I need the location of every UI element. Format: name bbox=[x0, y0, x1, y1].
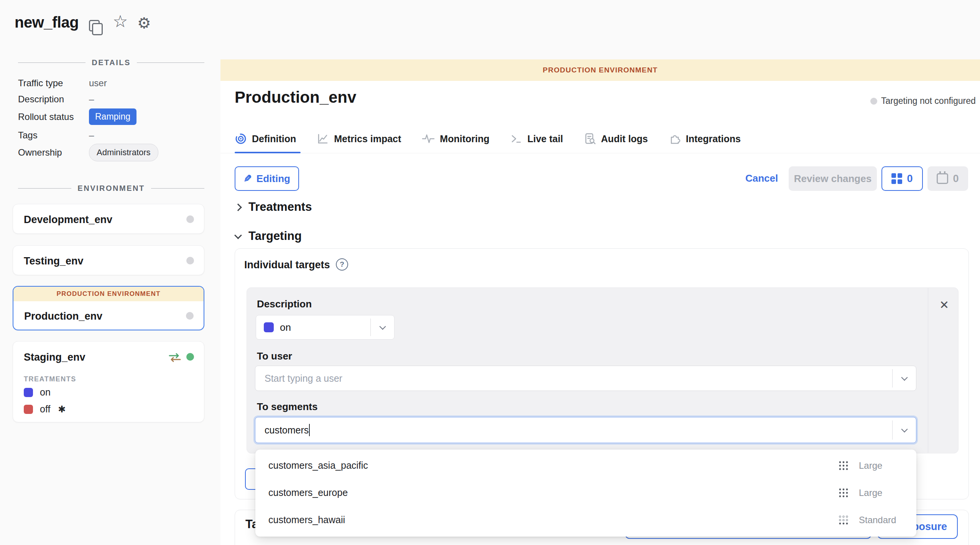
star-icon[interactable]: ☆ bbox=[113, 13, 128, 30]
detail-value: user bbox=[89, 78, 107, 89]
segments-input-chevron-zone[interactable] bbox=[892, 420, 916, 440]
env-card-development[interactable]: Development_env bbox=[13, 204, 204, 234]
env-name: Development_env bbox=[24, 214, 112, 226]
detail-row-description: Description – bbox=[18, 94, 204, 105]
segment-option-hawaii[interactable]: customers_hawaii Standard bbox=[255, 506, 916, 534]
environment-heading: ENVIRONMENT bbox=[77, 184, 145, 193]
env-card-production[interactable]: PRODUCTION ENVIRONMENT Production_env bbox=[13, 286, 204, 330]
segment-size-label: Large bbox=[859, 488, 905, 498]
env-status-dot bbox=[186, 257, 194, 264]
tab-audit-logs[interactable]: Audit logs bbox=[584, 133, 648, 145]
detail-label: Description bbox=[18, 94, 89, 105]
env-status-dot bbox=[186, 353, 194, 361]
card-divider-line bbox=[928, 288, 928, 453]
help-question-icon[interactable]: ? bbox=[336, 258, 348, 271]
treatment-select[interactable]: on bbox=[256, 315, 395, 340]
details-divider: DETAILS bbox=[18, 58, 204, 67]
tabs-bottom-border bbox=[220, 153, 980, 153]
targeting-section-header[interactable]: Targeting bbox=[235, 229, 302, 243]
detail-row-traffic-type: Traffic type user bbox=[18, 78, 204, 89]
definition-icon bbox=[235, 133, 247, 145]
chevron-down-icon bbox=[901, 374, 908, 381]
segments-input-value: customers bbox=[265, 425, 309, 436]
tab-live-tail[interactable]: Live tail bbox=[510, 133, 563, 145]
swap-arrows-icon bbox=[169, 353, 181, 364]
changes-count: 0 bbox=[907, 173, 913, 185]
detail-value: – bbox=[89, 130, 94, 141]
detail-row-tags: Tags – bbox=[18, 130, 204, 141]
default-treatment-asterisk-icon: ✱ bbox=[58, 404, 66, 415]
env-status-dot bbox=[186, 215, 194, 223]
treatments-section-header[interactable]: Treatments bbox=[235, 200, 312, 214]
treatment-off-swatch bbox=[24, 405, 33, 414]
chevron-right-icon bbox=[234, 204, 242, 211]
rollout-status-badge: Ramping bbox=[89, 108, 136, 125]
segments-dropdown: customers_asia_pacific Large customers_e… bbox=[255, 450, 916, 537]
treatment-off-row: off ✱ bbox=[24, 404, 66, 415]
cancel-link[interactable]: Cancel bbox=[745, 172, 778, 184]
production-environment-banner: PRODUCTION ENVIRONMENT bbox=[13, 287, 204, 301]
detail-row-rollout-status: Rollout status Ramping bbox=[18, 108, 204, 125]
chevron-down-icon bbox=[379, 323, 386, 330]
ownership-pill[interactable]: Administrators bbox=[89, 144, 158, 161]
env-card-staging[interactable]: Staging_env TREATMENTS on off ✱ bbox=[13, 341, 204, 422]
details-heading: DETAILS bbox=[92, 58, 131, 67]
flag-name-title: new_flag bbox=[15, 14, 79, 31]
review-changes-button[interactable]: Review changes bbox=[789, 166, 877, 191]
pencil-icon: ✎ bbox=[243, 173, 252, 185]
detail-row-ownership: Ownership Administrators bbox=[18, 144, 204, 161]
detail-label: Traffic type bbox=[18, 78, 89, 89]
user-input-chevron-zone[interactable] bbox=[892, 369, 916, 387]
env-status-dot bbox=[186, 312, 194, 320]
targeting-status-text: Targeting not configured bbox=[881, 96, 976, 106]
segment-size-label: Large bbox=[859, 460, 905, 471]
tab-definition[interactable]: Definition bbox=[235, 133, 296, 145]
segment-option-europe[interactable]: customers_europe Large bbox=[255, 479, 916, 506]
selected-treatment: on bbox=[280, 322, 291, 333]
tab-integrations[interactable]: Integrations bbox=[669, 133, 741, 145]
chevron-down-icon bbox=[234, 231, 242, 239]
monitoring-icon bbox=[422, 133, 435, 145]
environment-divider: ENVIRONMENT bbox=[18, 184, 204, 193]
env-name: Testing_env bbox=[24, 255, 84, 267]
gear-icon[interactable]: ⚙ bbox=[137, 15, 151, 31]
metrics-impact-icon bbox=[317, 133, 329, 145]
feature-flag-page: new_flag ☆ ⚙ DETAILS Traffic type user D… bbox=[0, 0, 980, 545]
env-name: Staging_env bbox=[24, 351, 86, 363]
to-segments-label: To segments bbox=[257, 401, 317, 413]
tab-monitoring[interactable]: Monitoring bbox=[422, 133, 489, 145]
scheduled-count-button[interactable]: 0 bbox=[927, 166, 968, 191]
treatments-heading: TREATMENTS bbox=[24, 375, 76, 383]
live-tail-icon bbox=[510, 133, 522, 145]
treatment-swatch bbox=[264, 322, 274, 332]
segment-size-label: Standard bbox=[859, 515, 905, 525]
close-icon[interactable]: ✕ bbox=[939, 298, 949, 312]
segments-input[interactable]: customers bbox=[255, 417, 916, 443]
scheduled-count: 0 bbox=[953, 173, 959, 185]
environment-page-title: Production_env bbox=[235, 88, 356, 107]
production-environment-banner-main: PRODUCTION ENVIRONMENT bbox=[220, 59, 980, 81]
text-caret bbox=[309, 424, 310, 436]
audit-logs-icon bbox=[584, 133, 596, 145]
segment-option-asia-pacific[interactable]: customers_asia_pacific Large bbox=[255, 452, 916, 479]
detail-label: Rollout status bbox=[18, 112, 89, 122]
tab-metrics-impact[interactable]: Metrics impact bbox=[317, 133, 401, 145]
segment-grid-faded-icon bbox=[838, 515, 849, 525]
segment-grid-icon bbox=[838, 488, 849, 498]
treatment-on-row: on bbox=[24, 387, 51, 398]
status-dot-icon bbox=[870, 98, 877, 105]
integrations-icon bbox=[669, 133, 681, 145]
treatment-on-swatch bbox=[24, 388, 33, 397]
to-user-label: To user bbox=[257, 350, 292, 362]
copy-icon[interactable] bbox=[89, 20, 102, 34]
env-name: Production_env bbox=[24, 310, 102, 322]
user-input[interactable] bbox=[255, 366, 916, 391]
targeting-status: Targeting not configured bbox=[870, 96, 976, 106]
env-card-testing[interactable]: Testing_env bbox=[13, 245, 204, 275]
treatment-name: off bbox=[40, 404, 50, 415]
active-tab-underline bbox=[235, 152, 301, 153]
select-chevron-zone[interactable] bbox=[370, 318, 394, 336]
editing-button[interactable]: ✎ Editing bbox=[235, 166, 299, 191]
detail-value: – bbox=[89, 94, 94, 105]
changes-count-button[interactable]: 0 bbox=[881, 166, 923, 191]
